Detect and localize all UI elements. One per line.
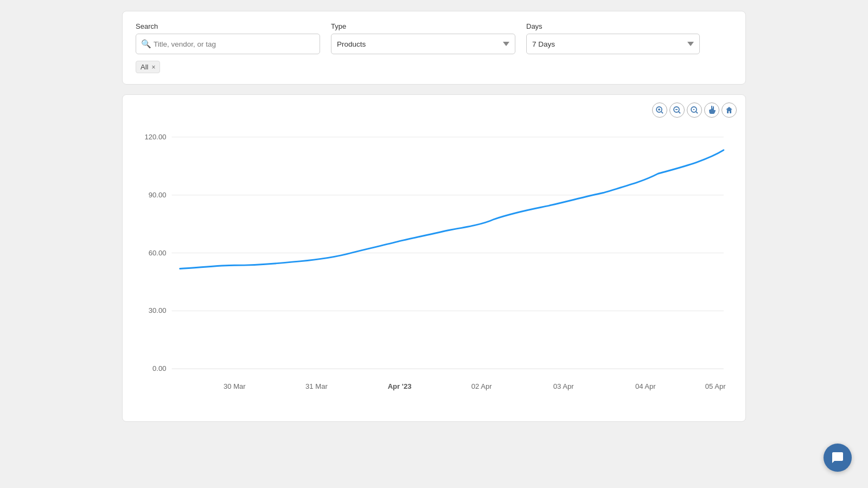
zoom-out-button[interactable] bbox=[669, 102, 685, 118]
home-button[interactable] bbox=[722, 102, 737, 118]
tag-row: All × bbox=[136, 61, 732, 73]
type-label: Type bbox=[331, 22, 515, 30]
chart-area: 120.00 90.00 60.00 30.00 0.00 30 Mar 31 … bbox=[133, 109, 735, 413]
svg-line-6 bbox=[679, 112, 680, 113]
type-select[interactable]: Products Variants Collections bbox=[331, 34, 515, 54]
svg-line-3 bbox=[661, 112, 663, 113]
svg-text:03 Apr: 03 Apr bbox=[553, 382, 574, 390]
chart-svg: 120.00 90.00 60.00 30.00 0.00 30 Mar 31 … bbox=[133, 109, 735, 413]
chart-card: 120.00 90.00 60.00 30.00 0.00 30 Mar 31 … bbox=[122, 94, 746, 422]
chart-toolbar bbox=[652, 102, 737, 118]
pan-button[interactable] bbox=[704, 102, 719, 118]
type-select-wrapper: Products Variants Collections bbox=[331, 34, 515, 54]
svg-text:90.00: 90.00 bbox=[149, 191, 167, 199]
svg-line-8 bbox=[696, 112, 698, 113]
svg-text:0.00: 0.00 bbox=[152, 364, 166, 373]
svg-text:Apr '23: Apr '23 bbox=[388, 382, 412, 390]
svg-text:05 Apr: 05 Apr bbox=[705, 382, 726, 390]
svg-text:02 Apr: 02 Apr bbox=[471, 382, 492, 390]
filter-row: Search 🔍 Type Products Variants Collecti… bbox=[136, 22, 732, 54]
all-tag[interactable]: All × bbox=[136, 61, 160, 73]
chat-button[interactable] bbox=[824, 444, 852, 472]
tag-close-icon[interactable]: × bbox=[151, 63, 155, 71]
filter-card: Search 🔍 Type Products Variants Collecti… bbox=[122, 11, 746, 85]
svg-text:30.00: 30.00 bbox=[149, 306, 167, 314]
days-select-wrapper: 7 Days 14 Days 30 Days 90 Days bbox=[526, 34, 700, 54]
days-label: Days bbox=[526, 22, 700, 30]
svg-text:31 Mar: 31 Mar bbox=[305, 382, 328, 390]
svg-text:30 Mar: 30 Mar bbox=[224, 382, 246, 390]
search-label: Search bbox=[136, 22, 320, 30]
svg-text:04 Apr: 04 Apr bbox=[635, 382, 656, 390]
type-group: Type Products Variants Collections bbox=[331, 22, 515, 54]
main-container: Search 🔍 Type Products Variants Collecti… bbox=[122, 11, 746, 422]
svg-text:120.00: 120.00 bbox=[144, 133, 166, 141]
search-icon: 🔍 bbox=[141, 39, 151, 49]
days-select[interactable]: 7 Days 14 Days 30 Days 90 Days bbox=[526, 34, 700, 54]
search-input[interactable] bbox=[136, 34, 320, 54]
search-group: Search 🔍 bbox=[136, 22, 320, 54]
tag-label: All bbox=[141, 63, 148, 71]
days-group: Days 7 Days 14 Days 30 Days 90 Days bbox=[526, 22, 700, 54]
zoom-reset-button[interactable] bbox=[687, 102, 702, 118]
search-wrapper: 🔍 bbox=[136, 34, 320, 54]
zoom-in-button[interactable] bbox=[652, 102, 667, 118]
chat-icon bbox=[831, 451, 844, 464]
svg-text:60.00: 60.00 bbox=[149, 248, 167, 256]
